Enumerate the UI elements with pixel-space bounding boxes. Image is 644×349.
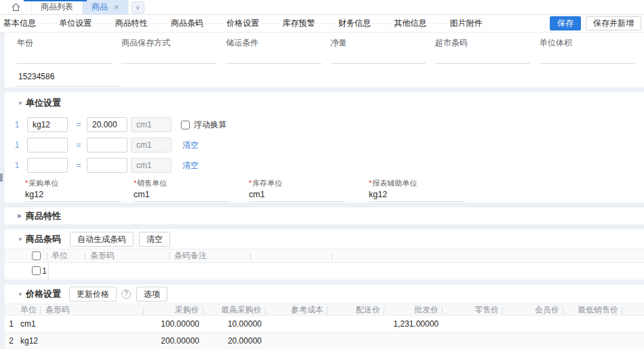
barcode-table-row[interactable]: 1	[5, 263, 644, 279]
clear-barcode-button[interactable]: 清空	[139, 232, 170, 247]
col-header-reference-cost: 参考成本	[266, 304, 327, 315]
close-icon[interactable]: ×	[114, 3, 119, 12]
report-aux-unit-field[interactable]: *报表辅助单位 kg12	[369, 178, 465, 202]
select-all-checkbox[interactable]	[32, 251, 41, 260]
price-settings-header: ▼ 价格设置 更新价格 ? 选项	[5, 287, 644, 302]
transport-condition-input[interactable]	[226, 47, 321, 64]
barcode-table-header: 单位 条形码 条码备注	[5, 249, 644, 263]
wholesale-price-cell	[384, 333, 443, 349]
purchase-unit-value[interactable]: kg12	[25, 188, 121, 202]
field-supermarket-barcode: 超市条码	[435, 37, 530, 64]
tab-list-dropdown-button[interactable]: ∨	[132, 1, 144, 14]
barcode-cell	[87, 263, 171, 279]
price-table-row[interactable]: 1 cm1 100.00000 10.00000 1,231.00000	[5, 316, 644, 333]
anchor-item-price-settings[interactable]: 价格设置	[226, 18, 259, 29]
home-tab[interactable]	[0, 0, 32, 14]
save-and-new-button[interactable]: 保存并新增	[586, 16, 641, 30]
dotted-separator: ·······	[205, 20, 225, 27]
collapse-icon[interactable]: ▼	[18, 100, 26, 106]
reference-cost-cell	[266, 316, 327, 332]
field-label: 储运条件	[226, 37, 321, 47]
field-unit-volume: 单位体积	[540, 37, 635, 64]
factor-input[interactable]	[87, 138, 127, 152]
anchor-item-finance-info[interactable]: 财务信息	[338, 18, 371, 29]
expand-icon[interactable]: ▶	[18, 213, 26, 219]
stock-unit-field[interactable]: *库存单位 cm1	[249, 178, 345, 202]
row-checkbox[interactable]	[32, 266, 41, 275]
report-aux-unit-value[interactable]: kg12	[369, 188, 465, 202]
auto-generate-barcode-button[interactable]: 自动生成条码	[70, 232, 134, 247]
year-input[interactable]	[17, 47, 112, 64]
tab-bar: 商品列表 商品 × ∨	[0, 0, 644, 15]
row-index: 1	[12, 140, 22, 150]
dotted-separator: ·······	[93, 20, 113, 27]
field-label-wrap: *采购单位	[25, 178, 121, 188]
sales-unit-value[interactable]: cm1	[134, 188, 230, 202]
row-index: 1	[12, 120, 22, 129]
factor-input[interactable]	[87, 117, 127, 132]
delivery-price-cell	[327, 316, 384, 332]
price-table-row[interactable]: 2 kg12 200.00000 20.00000	[5, 333, 644, 349]
dotted-separator: ·······	[428, 20, 448, 27]
clear-link[interactable]: 清空	[182, 160, 199, 171]
sales-unit-field[interactable]: *销售单位 cm1	[134, 178, 230, 202]
from-unit-input[interactable]	[27, 158, 68, 173]
anchor-item-other-info[interactable]: 其他信息	[394, 18, 426, 29]
options-button[interactable]: 选项	[136, 287, 167, 302]
equals-sign: =	[76, 161, 81, 170]
price-table: 单位 条形码 采购价 最高采购价 参考成本 配送价 批发价 零售价 会员价 最低…	[5, 304, 644, 349]
col-header-member-price: 会员价	[503, 304, 563, 315]
field-label: 采购单位	[28, 179, 58, 187]
field-label: 超市条码	[435, 37, 530, 47]
col-header-wholesale-price: 批发价	[384, 304, 443, 315]
anchor-item-basic-info[interactable]: 基本信息	[3, 18, 36, 29]
tab-product-list[interactable]: 商品列表	[32, 0, 83, 14]
update-price-button[interactable]: 更新价格	[69, 287, 117, 302]
section-title: 商品条码	[26, 233, 61, 245]
collapse-icon[interactable]: ▼	[18, 237, 26, 243]
purchase-unit-field[interactable]: *采购单位 kg12	[25, 178, 121, 202]
tab-product[interactable]: 商品 ×	[83, 0, 129, 14]
anchor-item-stock-warning[interactable]: 库存预警	[283, 18, 315, 29]
clear-link[interactable]: 清空	[182, 140, 199, 151]
supermarket-barcode-input[interactable]	[435, 47, 530, 64]
dotted-separator: ·······	[317, 20, 337, 27]
save-button[interactable]: 保存	[550, 16, 581, 30]
dotted-separator: ·······	[372, 20, 393, 27]
product-features-section: ▶ 商品特性	[5, 207, 644, 224]
price-table-header: 单位 条形码 采购价 最高采购价 参考成本 配送价 批发价 零售价 会员价 最低…	[5, 304, 644, 316]
product-edit-page: 商品列表 商品 × ∨ 基本信息 ······· 单位设置 ······· 商品…	[0, 0, 644, 349]
from-unit-input[interactable]	[27, 117, 68, 132]
field-transport-condition: 储运条件	[226, 37, 321, 64]
factor-input[interactable]	[87, 158, 127, 173]
field-label: 单位体积	[540, 37, 635, 47]
conversion-row: 1 = 浮动换算	[12, 117, 644, 132]
extra-cell	[252, 263, 334, 279]
col-header-retail-price: 零售价	[443, 304, 503, 315]
anchor-item-product-features[interactable]: 商品特性	[115, 18, 148, 29]
from-unit-input[interactable]	[27, 138, 68, 152]
row-select-cell	[5, 263, 42, 279]
float-conversion-checkbox[interactable]	[181, 121, 190, 129]
base-unit-input	[131, 138, 172, 152]
unit-fields-row: *采购单位 kg12 *销售单位 cm1 *库存单位 cm1 *报表辅助单位 k…	[5, 178, 644, 202]
unit-volume-input[interactable]	[540, 47, 635, 64]
storage-method-input[interactable]	[121, 47, 216, 64]
collapse-icon[interactable]: ▼	[18, 291, 26, 297]
field-year: 年份	[17, 37, 112, 64]
stock-unit-value[interactable]: cm1	[249, 188, 345, 202]
anchor-item-unit-settings[interactable]: 单位设置	[59, 18, 92, 29]
max-purchase-price-cell: 20.00000	[203, 333, 266, 349]
anchor-item-image-attachments[interactable]: 图片附件	[450, 18, 483, 29]
unit-cell	[49, 263, 87, 279]
field-label: 库存单位	[252, 179, 282, 187]
help-icon[interactable]: ?	[121, 289, 131, 299]
required-mark: *	[134, 179, 136, 187]
anchor-item-product-barcode[interactable]: 商品条码	[171, 18, 203, 29]
row-index: 1	[12, 161, 22, 170]
product-code-input[interactable]	[17, 66, 121, 87]
dotted-separator: ·······	[37, 20, 58, 27]
dotted-separator: ·······	[149, 20, 169, 27]
field-label: 销售单位	[137, 179, 167, 187]
net-weight-input[interactable]	[331, 47, 426, 64]
